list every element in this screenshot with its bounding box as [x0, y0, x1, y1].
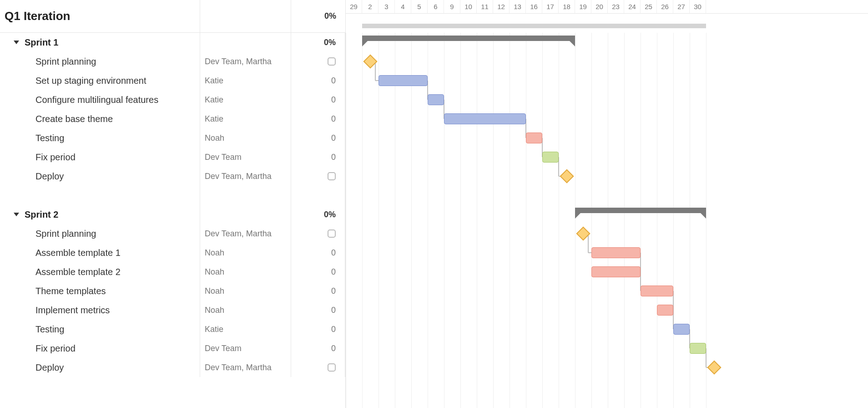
- task-assignee[interactable]: Dev Team: [200, 148, 291, 167]
- milestone[interactable]: [363, 54, 377, 68]
- caret-down-icon[interactable]: [14, 41, 19, 44]
- task-assignee[interactable]: Katie: [200, 109, 291, 128]
- milestone[interactable]: [707, 360, 721, 374]
- task-name[interactable]: Sprint planning: [0, 52, 200, 71]
- task-assignee[interactable]: Katie: [200, 320, 291, 339]
- gantt-bar[interactable]: [641, 286, 673, 296]
- gantt-body[interactable]: [346, 33, 868, 408]
- gantt-bar[interactable]: [378, 75, 428, 86]
- gantt-bar[interactable]: [526, 133, 542, 143]
- task-list-body: Sprint 10%Sprint planningDev Team, Marth…: [0, 33, 345, 408]
- sprint-bracket[interactable]: [362, 36, 575, 41]
- task-progress: 0: [331, 306, 336, 315]
- date-col: 9: [444, 0, 460, 13]
- task-name[interactable]: Testing: [0, 128, 200, 148]
- sprint-bracket[interactable]: [575, 208, 706, 213]
- task-name[interactable]: Deploy: [0, 358, 200, 377]
- task-name[interactable]: Fix period: [0, 339, 200, 358]
- task-progress: 0: [331, 267, 336, 277]
- task-progress: 0: [331, 248, 336, 258]
- task-name[interactable]: Testing: [0, 320, 200, 339]
- checkbox-empty-icon[interactable]: [328, 57, 336, 66]
- task-name[interactable]: Set up staging environment: [0, 71, 200, 90]
- date-col: 27: [673, 0, 690, 13]
- task-list-pane: Q1 Iteration 0% Sprint 10%Sprint plannin…: [0, 0, 346, 408]
- task-name[interactable]: Create base theme: [0, 109, 200, 128]
- date-col: 30: [690, 0, 706, 13]
- date-col: 4: [395, 0, 411, 13]
- group-progress: 0%: [291, 33, 345, 52]
- task-name[interactable]: Assemble template 2: [0, 262, 200, 281]
- task-assignee[interactable]: Dev Team, Martha: [200, 224, 291, 243]
- task-assignee[interactable]: Dev Team: [200, 339, 291, 358]
- task-name[interactable]: Assemble template 1: [0, 243, 200, 262]
- task-assignee[interactable]: Noah: [200, 301, 291, 320]
- task-assignee[interactable]: Noah: [200, 262, 291, 281]
- date-col: 3: [378, 0, 395, 13]
- checkbox-empty-icon[interactable]: [328, 230, 336, 238]
- date-col: 5: [411, 0, 428, 13]
- gantt-bar[interactable]: [542, 152, 559, 163]
- date-col: 10: [460, 0, 477, 13]
- date-col: 29: [346, 0, 362, 13]
- date-col: 26: [657, 0, 673, 13]
- task-assignee[interactable]: Katie: [200, 90, 291, 109]
- date-col: 12: [493, 0, 510, 13]
- task-name[interactable]: Implement metrics: [0, 301, 200, 320]
- task-progress: 0: [331, 344, 336, 353]
- date-col: 2: [362, 0, 378, 13]
- task-assignee[interactable]: Dev Team, Martha: [200, 358, 291, 377]
- task-progress: 0: [331, 114, 336, 124]
- task-list-header-row: Q1 Iteration 0%: [0, 0, 345, 33]
- date-col: 18: [559, 0, 575, 13]
- task-name[interactable]: Sprint planning: [0, 224, 200, 243]
- task-progress: 0: [331, 95, 336, 105]
- project-title-cell: Q1 Iteration: [0, 0, 200, 32]
- project-title: Q1 Iteration: [5, 9, 70, 23]
- date-col: 25: [641, 0, 657, 13]
- date-col: 20: [591, 0, 608, 13]
- task-name[interactable]: Theme templates: [0, 281, 200, 301]
- checkbox-empty-icon[interactable]: [328, 363, 336, 372]
- milestone[interactable]: [560, 169, 574, 183]
- task-assignee[interactable]: Noah: [200, 128, 291, 148]
- task-name[interactable]: Fix period: [0, 148, 200, 167]
- gantt-bar[interactable]: [690, 343, 706, 354]
- gantt-bar[interactable]: [657, 305, 673, 316]
- group-name[interactable]: Sprint 2: [25, 209, 58, 220]
- task-progress: 0: [331, 153, 336, 162]
- project-summary-bar: [362, 24, 706, 28]
- timeline-pane[interactable]: 29234569101112131617181920232425262730: [346, 0, 868, 408]
- summary-bar-row: [346, 14, 868, 33]
- gantt-bar[interactable]: [591, 247, 641, 258]
- date-col: 13: [510, 0, 526, 13]
- checkbox-empty-icon[interactable]: [328, 172, 336, 180]
- task-progress: 0: [331, 286, 336, 296]
- task-assignee[interactable]: Noah: [200, 243, 291, 262]
- gantt-bars: [346, 33, 868, 408]
- task-assignee[interactable]: Dev Team, Martha: [200, 167, 291, 186]
- task-progress: 0: [331, 325, 336, 334]
- gantt-bar[interactable]: [444, 113, 526, 124]
- date-col: 6: [428, 0, 444, 13]
- gantt-bar[interactable]: [673, 324, 690, 335]
- date-col: 24: [624, 0, 641, 13]
- caret-down-icon[interactable]: [14, 213, 19, 216]
- group-progress: 0%: [291, 205, 345, 224]
- task-progress: 0: [331, 133, 336, 143]
- task-assignee[interactable]: Dev Team, Martha: [200, 52, 291, 71]
- gantt-bar[interactable]: [591, 266, 641, 277]
- group-name[interactable]: Sprint 1: [25, 37, 58, 48]
- date-col: 23: [608, 0, 624, 13]
- header-assignee-cell: [200, 0, 291, 32]
- date-header: 29234569101112131617181920232425262730: [346, 0, 868, 14]
- date-col: 11: [477, 0, 493, 13]
- task-progress: 0: [331, 76, 336, 86]
- task-assignee[interactable]: Noah: [200, 281, 291, 301]
- date-col: 17: [542, 0, 559, 13]
- task-assignee[interactable]: Katie: [200, 71, 291, 90]
- task-name[interactable]: Configure multilingual features: [0, 90, 200, 109]
- task-name[interactable]: Deploy: [0, 167, 200, 186]
- milestone[interactable]: [576, 226, 590, 240]
- gantt-bar[interactable]: [428, 94, 444, 105]
